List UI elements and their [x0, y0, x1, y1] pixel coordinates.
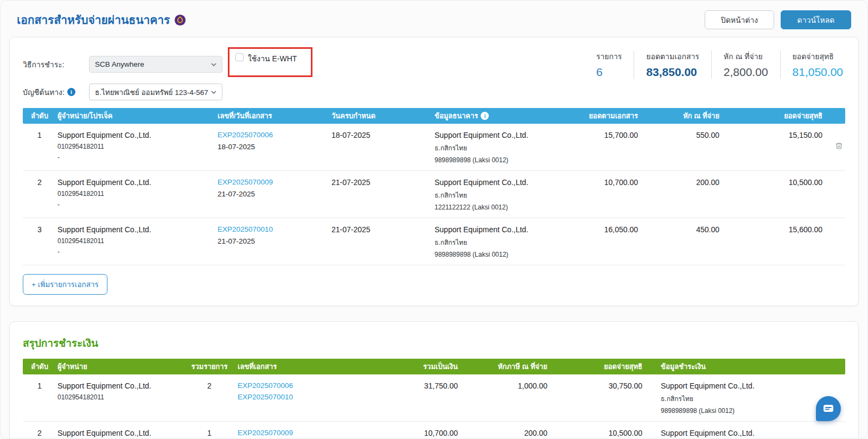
due-date: 21-07-2025	[330, 225, 433, 258]
vendor-name: Support Equipment Co.,Ltd.	[58, 381, 181, 390]
documents-card: วิธีการชำระ: SCB Anywhere ใช้งาน E-WHT บ…	[9, 37, 859, 306]
amount: 16,050.00	[579, 225, 639, 258]
vendor-name: Support Equipment Co.,Ltd.	[58, 429, 181, 437]
stat-document-total: ยอดตามเอกสาร 83,850.00	[634, 50, 711, 79]
net-amount: 15,150.00	[720, 131, 824, 164]
document-date: 21-07-2025	[218, 237, 329, 245]
net-amount: 10,500.00	[548, 429, 643, 439]
chevron-down-icon	[211, 91, 216, 94]
totals-summary: รายการ 6 ยอดตามเอกสาร 83,850.00 หัก ณ ที…	[584, 49, 845, 79]
stat-count-value: 6	[596, 66, 622, 79]
payment-method-select[interactable]: SCB Anywhere	[89, 56, 222, 73]
trash-icon	[835, 142, 843, 150]
page: เอกสารสำหรับจ่ายผ่านธนาคาร ปิดหน้าต่าง ด…	[0, 0, 868, 439]
bank-account: 9898989898 (Laksi 0012)	[435, 156, 578, 164]
bank-name: ธ.กสิกรไทย	[435, 237, 578, 247]
info-icon[interactable]: i	[481, 112, 489, 120]
wht-amount: 450.00	[639, 225, 720, 258]
vendor-id: 0102954182011	[58, 393, 181, 401]
ewht-checkbox-label[interactable]: ใช้งาน E-WHT	[248, 53, 297, 65]
bank-account: 1221122122 (Laksi 0012)	[435, 203, 578, 211]
document-date: 18-07-2025	[218, 143, 329, 151]
vendor-id: 0102954182011	[58, 237, 215, 245]
stat-net-value: 81,050.00	[793, 66, 843, 79]
document-link[interactable]: EXP2025070006	[238, 381, 349, 390]
chat-button[interactable]	[816, 396, 841, 421]
scb-logo-icon	[174, 14, 186, 26]
info-icon[interactable]: i	[67, 88, 75, 96]
project: -	[58, 201, 215, 208]
payee-name: Support Equipment Co.,Ltd.	[661, 381, 844, 390]
chevron-down-icon	[211, 63, 216, 66]
table-row: 3 Support Equipment Co.,Ltd. 01029541820…	[23, 218, 845, 265]
amount: 10,700.00	[350, 429, 459, 439]
amount: 15,700.00	[579, 131, 639, 164]
page-title: เอกสารสำหรับจ่ายผ่านธนาคาร	[17, 11, 170, 29]
doc-count: 1	[182, 429, 237, 439]
table-row: 1 Support Equipment Co.,Ltd. 01029541820…	[23, 374, 845, 422]
vendor-name: Support Equipment Co.,Ltd.	[58, 178, 215, 187]
table-row: 2 Support Equipment Co.,Ltd. 01029541820…	[23, 422, 845, 439]
amount: 31,750.00	[350, 381, 459, 415]
vendor-id: 0102954182011	[58, 143, 215, 150]
vendor-id: 0102954182011	[58, 190, 215, 198]
document-link[interactable]: EXP2025070010	[218, 225, 329, 233]
stat-withholding-total: หัก ณ ที่จ่าย 2,800.00	[711, 50, 780, 79]
documents-table-header: ลำดับ ผู้จำหน่าย/โปรเจ็ค เลขที่/วันที่เอ…	[23, 108, 845, 124]
doc-count: 2	[182, 381, 237, 415]
ewht-checkbox[interactable]	[235, 53, 244, 61]
project: -	[58, 248, 215, 256]
table-row: 2 Support Equipment Co.,Ltd. 01029541820…	[23, 171, 845, 218]
payment-method-value: SCB Anywhere	[95, 60, 208, 68]
net-amount: 15,600.00	[720, 225, 824, 258]
source-account-value: ธ.ไทยพาณิชย์ ออมทรัพย์ 123-4-56789-3	[95, 86, 208, 98]
download-button[interactable]: ดาวน์โหลด	[781, 10, 851, 29]
stat-item-count: รายการ 6	[584, 50, 634, 79]
document-link[interactable]: EXP2025070009	[238, 429, 349, 437]
bank-name: ธ.กสิกรไทย	[661, 393, 844, 404]
topbar: เอกสารสำหรับจ่ายผ่านธนาคาร ปิดหน้าต่าง ด…	[1, 1, 867, 37]
wht-amount: 1,000.00	[459, 381, 548, 415]
summary-table: ลำดับ ผู้จำหน่าย รวมรายการ เลขที่เอกสาร …	[23, 359, 845, 439]
document-link[interactable]: EXP2025070010	[238, 393, 349, 401]
wht-amount: 200.00	[639, 178, 720, 211]
due-date: 18-07-2025	[330, 131, 433, 164]
vendor-name: Support Equipment Co.,Ltd.	[58, 131, 215, 139]
payee-name: Support Equipment Co.,Ltd.	[435, 131, 578, 139]
close-window-button[interactable]: ปิดหน้าต่าง	[705, 10, 774, 29]
net-amount: 30,750.00	[548, 381, 643, 415]
wht-amount: 550.00	[639, 131, 720, 164]
bank-name: ธ.กสิกรไทย	[435, 143, 578, 153]
source-account-select[interactable]: ธ.ไทยพาณิชย์ ออมทรัพย์ 123-4-56789-3	[89, 84, 222, 100]
stat-wht-value: 2,800.00	[724, 66, 768, 79]
summary-title: สรุปการชำระเงิน	[23, 335, 845, 351]
summary-table-header: ลำดับ ผู้จำหน่าย รวมรายการ เลขที่เอกสาร …	[23, 359, 845, 374]
ewht-highlight-box: ใช้งาน E-WHT	[228, 47, 312, 77]
wht-amount: 200.00	[459, 429, 548, 439]
bank-account: 9898989898 (Laksi 0012)	[435, 251, 578, 258]
document-date: 21-07-2025	[218, 190, 329, 198]
document-link[interactable]: EXP2025070009	[218, 178, 329, 186]
bank-name: ธ.กสิกรไทย	[435, 190, 578, 200]
documents-table: ลำดับ ผู้จำหน่าย/โปรเจ็ค เลขที่/วันที่เอ…	[23, 108, 845, 265]
amount: 10,700.00	[579, 178, 639, 211]
document-link[interactable]: EXP2025070006	[218, 131, 329, 139]
due-date: 21-07-2025	[330, 178, 433, 211]
table-row: 1 Support Equipment Co.,Ltd. 01029541820…	[23, 124, 845, 171]
chat-icon	[823, 404, 834, 413]
delete-row-button[interactable]	[834, 130, 844, 164]
source-account-label: บัญชีต้นทาง: i	[23, 86, 89, 98]
payee-name: Support Equipment Co.,Ltd.	[661, 429, 844, 437]
add-document-button[interactable]: + เพิ่มรายการเอกสาร	[23, 274, 107, 295]
stat-doc-value: 83,850.00	[646, 66, 699, 79]
net-amount: 10,500.00	[720, 178, 824, 211]
payment-summary-card: สรุปการชำระเงิน ลำดับ ผู้จำหน่าย รวมรายก…	[9, 321, 859, 439]
filters: วิธีการชำระ: SCB Anywhere ใช้งาน E-WHT บ…	[23, 49, 312, 100]
vendor-name: Support Equipment Co.,Ltd.	[58, 225, 215, 234]
payee-name: Support Equipment Co.,Ltd.	[435, 178, 578, 187]
payment-method-label: วิธีการชำระ:	[23, 59, 89, 71]
project: -	[58, 154, 215, 161]
payee-name: Support Equipment Co.,Ltd.	[435, 225, 578, 234]
stat-net-total: ยอดจ่ายสุทธิ 81,050.00	[780, 50, 845, 79]
